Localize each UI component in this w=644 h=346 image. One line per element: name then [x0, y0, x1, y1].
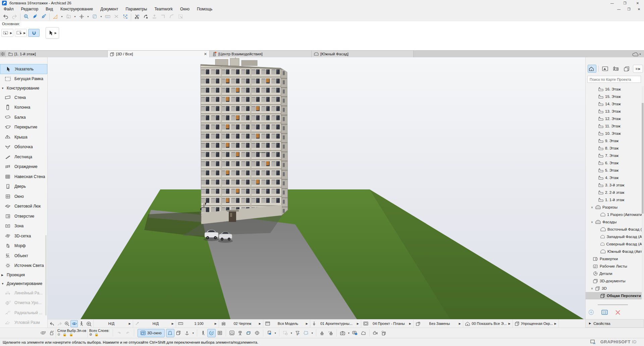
perspective-view-icon[interactable]: [166, 329, 174, 337]
copy-view-icon[interactable]: [351, 329, 359, 337]
toolbox-item-linear-dimension[interactable]: 1.2 Линейный Ра...: [0, 288, 47, 298]
hide-layer-icon[interactable]: ⊘: [57, 333, 60, 336]
menu-design[interactable]: Конструирование: [57, 6, 97, 12]
toolbox-item-door[interactable]: Дверь: [0, 182, 47, 192]
project-map-button[interactable]: [588, 65, 596, 73]
home-view-icon[interactable]: [228, 329, 236, 337]
lock-layer-icon[interactable]: 🔒: [62, 333, 66, 336]
fit-view-icon[interactable]: [85, 320, 93, 327]
toolbox-item-slab[interactable]: Перекрытие: [0, 122, 47, 132]
lock-all-layers-icon[interactable]: 🔒: [94, 333, 98, 336]
marquee-3d-icon[interactable]: [302, 329, 310, 337]
zoom-preset-dropdown[interactable]: Н/Д▶: [93, 320, 133, 328]
add-viewpoint-icon[interactable]: [588, 309, 594, 315]
orbit-icon[interactable]: [70, 320, 78, 327]
properties-panel-header[interactable]: ▶ Свойства: [585, 319, 644, 328]
project-map-search-input[interactable]: [587, 76, 641, 83]
tree-item-worksheets[interactable]: Рабочие Листы: [586, 263, 642, 270]
tab-close-icon[interactable]: ✕: [204, 52, 207, 56]
3d-projection-icon[interactable]: [183, 329, 191, 337]
tree-item-west-elevation[interactable]: Западный Фасад (А: [586, 233, 642, 240]
render-icon[interactable]: [380, 329, 388, 337]
toolbox-item-beam[interactable]: Балка: [0, 112, 47, 122]
axonometric-view-icon[interactable]: [174, 329, 183, 337]
toolbox-item-zone[interactable]: Зона: [0, 221, 47, 231]
coordinates-icon[interactable]: xy: [64, 13, 73, 20]
view-map-button[interactable]: [601, 65, 609, 73]
fly-mode-icon[interactable]: [371, 329, 380, 337]
stretch-icon[interactable]: [112, 13, 121, 20]
toolbox-item-stair[interactable]: Лестница: [0, 152, 47, 162]
menu-options[interactable]: Параметры: [122, 6, 151, 12]
tree-scrollbar-thumb[interactable]: [642, 103, 644, 214]
paint-material-icon[interactable]: [326, 329, 335, 337]
window-close-button[interactable]: ✕: [631, 0, 644, 6]
tree-item-floor-6[interactable]: 6. Этаж: [586, 159, 642, 167]
tree-item-floor-14[interactable]: 14. Этаж: [586, 100, 642, 108]
menu-teamwork[interactable]: Teamwork: [151, 6, 176, 12]
publisher-button[interactable]: [622, 65, 631, 73]
panel-splitter[interactable]: [598, 304, 628, 305]
hide-all-layers-icon[interactable]: ⊘: [89, 333, 92, 336]
tab-floor-plan[interactable]: [1. 1-й этаж]: [6, 51, 108, 57]
redo-small-icon[interactable]: ↷: [115, 329, 123, 337]
layer-combination-dropdown[interactable]: 01 Архитектурны...▶: [310, 320, 361, 328]
toolbox-item-skylight[interactable]: Световой Люк: [0, 201, 47, 212]
arrow-tool-button[interactable]: ▶: [46, 27, 59, 39]
tab-action-center[interactable]: [Центр Взаимодействия]: [210, 51, 312, 57]
menu-window[interactable]: Окно: [176, 6, 193, 12]
tree-group-elevations[interactable]: ∨Фасады: [586, 218, 642, 226]
paint-surface-icon[interactable]: [318, 329, 326, 337]
doc-close-button[interactable]: ✕: [634, 6, 644, 12]
tree-item-workshe>-unfoldings[interactable]: Развертки: [586, 255, 642, 263]
edit-selection-icon[interactable]: [121, 13, 129, 20]
tree-item-floor-13[interactable]: 13. Этаж: [586, 108, 642, 115]
tree-item-floor-9[interactable]: 9. Этаж: [586, 137, 642, 145]
tree-item-floor-7[interactable]: 7. Этаж: [586, 152, 642, 159]
forward-icon[interactable]: [56, 320, 63, 327]
projection-flyout[interactable]: ▾: [191, 329, 195, 337]
toolbox-section-view[interactable]: ▶ Проекция: [0, 271, 47, 279]
toolbox-item-light[interactable]: Источник Света: [0, 261, 47, 271]
toolbox-item-arrow[interactable]: Указатель: [0, 64, 47, 74]
favorites-icon[interactable]: [90, 13, 99, 20]
align-icon[interactable]: [150, 13, 159, 20]
guide-lines-flyout[interactable]: ▾: [60, 13, 64, 20]
menu-document[interactable]: Документ: [97, 6, 122, 12]
toolbox-item-radial-dimension[interactable]: 1.2 Радиальный ...: [0, 308, 47, 318]
tree-item-details[interactable]: Детали: [586, 270, 642, 277]
guide-lines-icon[interactable]: [51, 13, 60, 20]
tree-item-floor-2[interactable]: 2. 2-й этаж: [586, 189, 642, 196]
toolbox-section-design[interactable]: ▼ Конструирование: [0, 84, 47, 93]
tree-item-floor-12[interactable]: 12. Этаж: [586, 115, 642, 122]
measure-icon[interactable]: 1 2: [103, 13, 112, 20]
toolbox-item-morph[interactable]: Морф: [0, 241, 47, 251]
orientation-dropdown[interactable]: Н/Д▶: [133, 320, 176, 328]
filter-marquee-icon[interactable]: [281, 329, 289, 337]
intersect-icon[interactable]: [159, 13, 167, 20]
tree-item-section-1[interactable]: 1 Разрез (Автомати: [586, 211, 642, 218]
toolbox-section-documentation[interactable]: ▼ Документирование: [0, 279, 47, 288]
model-filter-dropdown[interactable]: Вся Модель▶: [263, 320, 310, 328]
inject-parameters-icon[interactable]: [39, 13, 48, 20]
scale-dropdown[interactable]: 1:100▶: [176, 320, 219, 328]
adjust-icon[interactable]: [141, 13, 150, 20]
explore-model-icon[interactable]: [216, 329, 224, 337]
lock-elements-icon[interactable]: [47, 329, 56, 337]
section-plane-icon[interactable]: [253, 329, 261, 337]
tree-item-floor-5[interactable]: 5. Этаж: [586, 167, 642, 174]
menu-view[interactable]: Вид: [42, 6, 57, 12]
tree-item-floor-15[interactable]: 15. Этаж: [586, 93, 642, 100]
toolbox-item-marquee[interactable]: Бегущая Рамка: [0, 74, 47, 84]
doc-restore-button[interactable]: ❐: [624, 6, 634, 12]
show-elements-dropdown[interactable]: 00 Показать Все Э...▶: [463, 320, 513, 328]
tree-item-floor-1[interactable]: 1. 1-й этаж: [586, 196, 642, 204]
camera-tripod-icon[interactable]: [236, 329, 245, 337]
walk-icon[interactable]: [78, 320, 85, 327]
selection-rect-button[interactable]: ▶: [15, 29, 27, 37]
teamwork-cloud-button[interactable]: ▾: [629, 51, 644, 57]
toolbox-item-angle-dimension[interactable]: α Угловой Разм: [0, 318, 47, 328]
snapshot-icon[interactable]: [338, 329, 347, 337]
fillet-icon[interactable]: [167, 13, 176, 20]
toolbox-item-mesh[interactable]: 3D-сетка: [0, 231, 47, 241]
